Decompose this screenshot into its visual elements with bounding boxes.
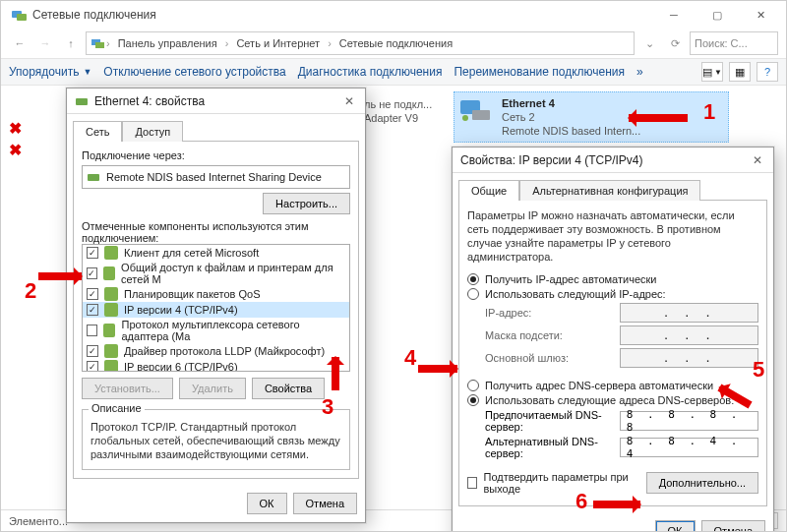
- ok-button[interactable]: ОК: [247, 493, 287, 514]
- help-button[interactable]: ?: [757, 62, 778, 82]
- chevron-down-icon: ▼: [83, 67, 91, 77]
- diagnose-button[interactable]: Диагностика подключения: [298, 65, 443, 79]
- components-list[interactable]: ✓Клиент для сетей Microsoft ✓Общий досту…: [82, 244, 350, 372]
- list-item: ✓IP версии 6 (TCP/IPv6): [83, 359, 349, 372]
- close-button[interactable]: ✕: [739, 1, 782, 29]
- tab-access[interactable]: Доступ: [122, 121, 183, 142]
- install-button[interactable]: Установить...: [82, 378, 173, 399]
- status-text: Элементо...: [9, 515, 68, 527]
- back-button[interactable]: ←: [9, 32, 30, 54]
- history-dropdown[interactable]: ⌄: [638, 32, 660, 54]
- ip-address-field: . . .: [620, 303, 758, 323]
- component-icon: [104, 303, 118, 317]
- component-icon: [103, 266, 115, 280]
- chevron-right-icon: ›: [225, 37, 229, 49]
- chevron-down-icon: ▼: [714, 68, 722, 77]
- configure-button[interactable]: Настроить...: [263, 193, 350, 214]
- svg-rect-7: [76, 98, 88, 105]
- component-icon: [104, 287, 118, 301]
- radio-ip-auto[interactable]: [467, 273, 479, 285]
- adapter-ethernet4[interactable]: Ethernet 4 Сеть 2 Remote NDIS based Inte…: [454, 91, 729, 143]
- description-heading: Описание: [89, 402, 145, 414]
- chevron-right-icon: ›: [106, 37, 110, 49]
- list-item-ipv4: ✓IP версии 4 (TCP/IPv4): [83, 302, 349, 318]
- disabled-x-icon: ✖: [9, 119, 22, 138]
- properties-title: Ethernet 4: свойства: [94, 94, 205, 108]
- help-icon: ?: [764, 66, 770, 78]
- tab-network[interactable]: Сеть: [73, 121, 122, 142]
- svg-rect-1: [17, 14, 27, 21]
- window-title: Сетевые подключения: [32, 8, 156, 22]
- svg-point-6: [462, 115, 468, 121]
- adapter-network: Сеть 2: [502, 110, 640, 124]
- gateway-field: . . .: [620, 348, 758, 368]
- adapter-name: Ethernet 4: [502, 96, 640, 110]
- component-icon: [104, 344, 118, 358]
- breadcrumb[interactable]: › Панель управления › Сеть и Интернет › …: [86, 31, 635, 55]
- nic-icon: [87, 170, 100, 184]
- component-icon: [104, 360, 118, 372]
- minimize-button[interactable]: ─: [652, 1, 696, 29]
- disabled-x-icon: ✖: [9, 141, 22, 159]
- breadcrumb-icon: [91, 36, 104, 50]
- adapter-icon: [458, 96, 494, 124]
- adapter-device: Remote NDIS based Intern...: [502, 124, 640, 138]
- component-icon: [103, 324, 116, 337]
- address-bar: ← → ↑ › Панель управления › Сеть и Интер…: [1, 29, 786, 58]
- svg-rect-5: [472, 110, 490, 120]
- adapter-hidden-line1: ль не подкл...: [364, 97, 432, 111]
- adapter-name-field: Remote NDIS based Internet Sharing Devic…: [106, 171, 322, 183]
- properties-button[interactable]: Свойства: [252, 378, 325, 399]
- list-item: Протокол мультиплексора сетевого адаптер…: [83, 318, 349, 343]
- disable-device-button[interactable]: Отключение сетевого устройства: [103, 65, 285, 79]
- preferred-dns-field[interactable]: 8 . 8 . 8 . 8: [620, 411, 758, 431]
- thumbnails-icon: ▤: [702, 66, 712, 79]
- ok-button[interactable]: ОК: [655, 520, 696, 532]
- rename-button[interactable]: Переименование подключения: [454, 65, 625, 79]
- cancel-button[interactable]: Отмена: [701, 520, 765, 532]
- titlebar: Сетевые подключения ─ ▢ ✕: [1, 1, 786, 29]
- radio-ip-manual[interactable]: [467, 288, 479, 300]
- component-icon: [104, 246, 118, 260]
- command-bar: Упорядочить ▼ Отключение сетевого устрой…: [1, 58, 786, 86]
- details-pane-button[interactable]: ▦: [729, 62, 751, 82]
- list-item: ✓Клиент для сетей Microsoft: [83, 245, 349, 261]
- svg-rect-3: [95, 42, 104, 48]
- maximize-button[interactable]: ▢: [696, 1, 739, 29]
- refresh-button[interactable]: ⟳: [664, 32, 686, 54]
- svg-rect-8: [88, 174, 99, 181]
- tab-alternative[interactable]: Альтернативная конфигурация: [519, 180, 700, 201]
- search-input[interactable]: Поиск: С...: [690, 31, 778, 55]
- adapter-properties-dialog: Ethernet 4: свойства ✕ Сеть Доступ Подкл…: [66, 88, 366, 523]
- list-item: ✓Планировщик пакетов QoS: [83, 286, 349, 302]
- list-item: ✓Драйвер протокола LLDP (Майкрософт): [83, 343, 349, 359]
- advanced-button[interactable]: Дополнительно...: [646, 472, 758, 494]
- panel-icon: ▦: [735, 66, 745, 79]
- alternate-dns-field[interactable]: 8 . 8 . 4 . 4: [620, 438, 758, 457]
- list-item: ✓Общий доступ к файлам и принтерам для с…: [83, 261, 349, 286]
- up-button[interactable]: ↑: [60, 32, 82, 54]
- radio-dns-auto[interactable]: [467, 380, 479, 391]
- ipv4-title: Свойства: IP версии 4 (TCP/IPv4): [460, 153, 643, 167]
- organize-menu[interactable]: Упорядочить ▼: [9, 65, 91, 79]
- remove-button[interactable]: Удалить: [179, 378, 246, 399]
- more-commands[interactable]: »: [636, 65, 643, 79]
- forward-button[interactable]: →: [34, 32, 56, 54]
- description-text: Протокол TCP/IP. Стандартный протокол гл…: [91, 420, 341, 461]
- cancel-button[interactable]: Отмена: [293, 493, 357, 514]
- network-icon: [11, 7, 27, 23]
- tab-general[interactable]: Общие: [458, 180, 519, 201]
- ipv4-properties-dialog: Свойства: IP версии 4 (TCP/IPv4) ✕ Общие…: [452, 147, 774, 532]
- crumb-network-connections[interactable]: Сетевые подключения: [333, 35, 458, 51]
- crumb-network-internet[interactable]: Сеть и Интернет: [230, 35, 326, 51]
- crumb-control-panel[interactable]: Панель управления: [112, 35, 223, 51]
- validate-checkbox[interactable]: [467, 477, 477, 489]
- close-icon[interactable]: ✕: [339, 91, 359, 111]
- ipv4-intro: Параметры IP можно назначать автоматичес…: [467, 208, 758, 264]
- chevron-right-icon: ›: [328, 37, 332, 49]
- view-dropdown[interactable]: ▤▼: [701, 62, 723, 82]
- components-label: Отмеченные компоненты используются этим …: [82, 220, 350, 244]
- nic-icon: [75, 94, 89, 108]
- radio-dns-manual[interactable]: [467, 394, 479, 406]
- close-icon[interactable]: ✕: [748, 150, 767, 170]
